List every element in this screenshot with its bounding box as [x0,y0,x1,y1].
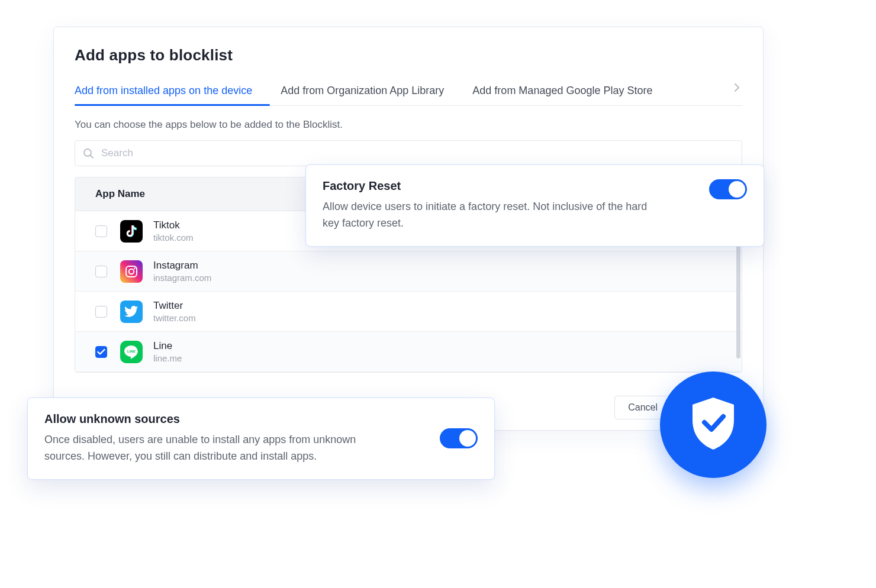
unknown-sources-toggle[interactable] [440,428,478,448]
app-name: Tiktok [153,219,194,231]
unknown-sources-setting: Allow unknown sources Once disabled, use… [27,398,495,480]
checkbox[interactable] [95,346,107,358]
tab-installed-apps[interactable]: Add from installed apps on the device [75,81,252,105]
svg-point-4 [134,267,136,269]
app-text: Tiktok tiktok.com [153,219,194,243]
tabs: Add from installed apps on the device Ad… [75,81,742,106]
factory-reset-text: Factory Reset Allow device users to init… [323,179,666,232]
tabs-scroll-right[interactable] [732,83,742,104]
search-input[interactable] [75,140,742,166]
app-name: Twitter [153,300,196,312]
line-icon: LINE [120,341,143,363]
table-row[interactable]: Instagram instagram.com [75,251,742,292]
tab-org-library[interactable]: Add from Organization App Library [281,81,444,105]
help-text: You can choose the apps below to be adde… [75,119,742,131]
app-text: Instagram instagram.com [153,260,211,283]
toggle-knob [459,430,476,447]
tiktok-icon [120,220,143,243]
svg-text:LINE: LINE [127,348,136,353]
table-row[interactable]: Twitter twitter.com [75,292,742,332]
search-icon [83,148,94,159]
app-sub: twitter.com [153,313,196,323]
app-text: Twitter twitter.com [153,300,196,323]
tab-google-play[interactable]: Add from Managed Google Play Store [472,81,652,105]
app-text: Line line.me [153,340,182,363]
app-sub: instagram.com [153,273,211,283]
dialog-title: Add apps to blocklist [75,46,742,64]
setting-desc: Allow device users to initiate a factory… [323,199,666,232]
svg-point-0 [84,149,91,156]
setting-title: Factory Reset [323,179,666,193]
table-row[interactable]: LINE Line line.me [75,332,742,372]
svg-line-1 [91,156,93,158]
security-shield-badge [660,371,766,478]
app-name: Instagram [153,260,211,272]
setting-desc: Once disabled, users are unable to insta… [44,432,388,465]
col-app-name: App Name [95,188,145,199]
svg-point-3 [129,269,134,273]
twitter-icon [120,301,143,323]
unknown-sources-text: Allow unknown sources Once disabled, use… [44,412,388,465]
checkbox[interactable] [95,266,107,277]
toggle-knob [729,181,745,198]
app-name: Line [153,340,182,352]
checkbox[interactable] [95,225,107,237]
factory-reset-toggle[interactable] [709,179,747,199]
shield-check-icon [688,395,739,454]
checkbox[interactable] [95,306,107,318]
factory-reset-setting: Factory Reset Allow device users to init… [305,164,764,247]
app-sub: tiktok.com [153,232,194,243]
instagram-icon [120,260,143,283]
table-scrollbar[interactable] [736,228,740,358]
setting-title: Allow unknown sources [44,412,388,426]
chevron-right-icon [734,83,740,95]
search-wrap [75,140,742,166]
app-sub: line.me [153,353,182,363]
